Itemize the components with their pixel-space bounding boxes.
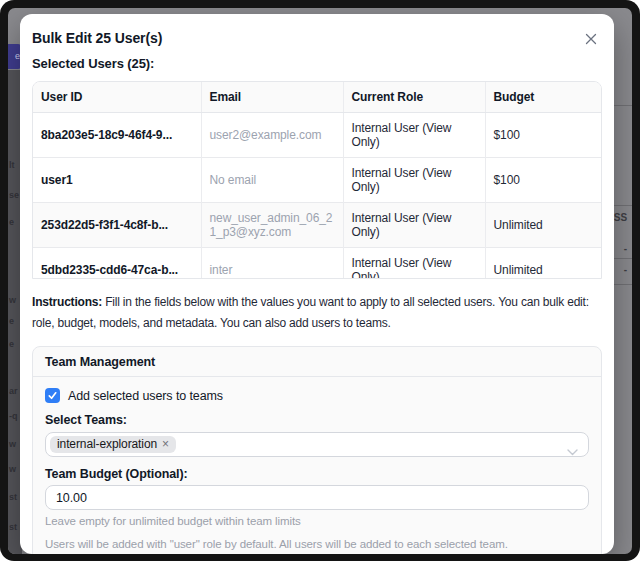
table-cell-email: new_user_admin_06_21_p3@xyz.com (201, 203, 343, 248)
table-cell-uid: 253d22d5-f3f1-4c8f-b... (33, 203, 201, 248)
team-management-body: Add selected users to teams Select Teams… (33, 377, 601, 554)
table-row: 253d22d5-f3f1-4c8f-b...new_user_admin_06… (33, 203, 601, 248)
background-text-fragment: e (9, 217, 14, 227)
modal-title: Bulk Edit 25 User(s) (32, 29, 602, 48)
background-text-fragment: - (624, 264, 627, 275)
window-frame: e ltseeweear-qwwstst SS-- Bulk Edit 25 U… (0, 0, 640, 561)
background-row-divider (614, 258, 632, 259)
dimmed-page-overlay: e ltseeweear-qwwstst SS-- Bulk Edit 25 U… (8, 8, 632, 554)
table-cell-budget: $100 (485, 113, 601, 158)
table-cell-email: user2@example.com (201, 113, 343, 158)
add-users-checkbox[interactable] (45, 388, 60, 403)
background-text-fragment: - (624, 243, 627, 254)
team-tag: internal-exploration × (50, 436, 176, 453)
table-cell-budget: $100 (485, 158, 601, 203)
budget-helper-text: Leave empty for unlimited budget within … (45, 514, 589, 528)
team-tag-label: internal-exploration (57, 438, 157, 451)
table-cell-email: No email (201, 158, 343, 203)
selected-users-table: User IDEmailCurrent RoleBudget 8ba203e5-… (33, 82, 601, 279)
table-cell-role: Internal User (View Only) (343, 113, 485, 158)
background-text-fragment: SS (614, 212, 627, 223)
table-cell-role: Internal User (View Only) (343, 203, 485, 248)
table-cell-budget: Unlimited (485, 248, 601, 280)
bulk-edit-modal: Bulk Edit 25 User(s) Selected Users (25)… (20, 14, 614, 554)
background-text-fragment: st (9, 492, 17, 502)
background-text-fragment: e (9, 316, 14, 326)
background-text-fragment: w (9, 295, 16, 305)
table-cell-role: Internal User (View Only) (343, 248, 485, 280)
table-cell-uid: user1 (33, 158, 201, 203)
table-cell-role: Internal User (View Only) (343, 158, 485, 203)
background-text-fragment: w (9, 439, 16, 449)
background-row-divider (614, 105, 632, 106)
background-text-fragment: st (9, 522, 17, 532)
select-teams-label: Select Teams: (45, 412, 589, 428)
table-header-row: User IDEmailCurrent RoleBudget (33, 82, 601, 113)
table-header-cell: Current Role (343, 82, 485, 113)
background-row-divider (614, 205, 632, 206)
table-cell-uid: 8ba203e5-18c9-46f4-9... (33, 113, 201, 158)
table-row: user1No emailInternal User (View Only)$1… (33, 158, 601, 203)
team-tag-remove-icon[interactable]: × (162, 438, 169, 451)
table-header-cell: Budget (485, 82, 601, 113)
table-row: 5dbd2335-cdd6-47ca-b...interInternal Use… (33, 248, 601, 280)
background-text-fragment: w (9, 464, 16, 474)
team-budget-input[interactable] (45, 485, 589, 510)
add-users-checkbox-row: Add selected users to teams (45, 388, 589, 403)
background-text-fragment: ar (9, 386, 17, 396)
add-users-checkbox-label: Add selected users to teams (68, 389, 223, 403)
table-cell-email: inter (201, 248, 343, 280)
table-cell-budget: Unlimited (485, 203, 601, 248)
instructions-text: Instructions: Fill in the fields below w… (32, 292, 602, 334)
instructions-body: Fill in the fields below with the values… (32, 295, 589, 330)
table-body: 8ba203e5-18c9-46f4-9...user2@example.com… (33, 113, 601, 280)
background-text-fragment: se (9, 190, 19, 200)
background-text-fragment: e (9, 339, 14, 349)
selected-users-heading: Selected Users (25): (32, 55, 602, 73)
background-text-fragment: lt (9, 160, 14, 170)
selected-users-table-scroll[interactable]: User IDEmailCurrent RoleBudget 8ba203e5-… (32, 81, 602, 279)
team-management-heading: Team Management (33, 347, 601, 377)
table-header-cell: Email (201, 82, 343, 113)
chevron-down-icon (567, 442, 578, 460)
table-cell-uid: 5dbd2335-cdd6-47ca-b... (33, 248, 201, 280)
table-header-cell: User ID (33, 82, 201, 113)
instructions-label: Instructions: (32, 295, 102, 309)
background-text-fragment: -q (9, 411, 17, 421)
table-row: 8ba203e5-18c9-46f4-9...user2@example.com… (33, 113, 601, 158)
team-budget-label: Team Budget (Optional): (45, 466, 589, 482)
teams-multiselect[interactable]: internal-exploration × (45, 432, 589, 457)
close-icon[interactable] (582, 30, 600, 48)
background-row-divider (614, 284, 632, 285)
team-footer-note: Users will be added with "user" role by … (45, 537, 589, 551)
team-management-card: Team Management Add selected users to te… (32, 346, 602, 554)
